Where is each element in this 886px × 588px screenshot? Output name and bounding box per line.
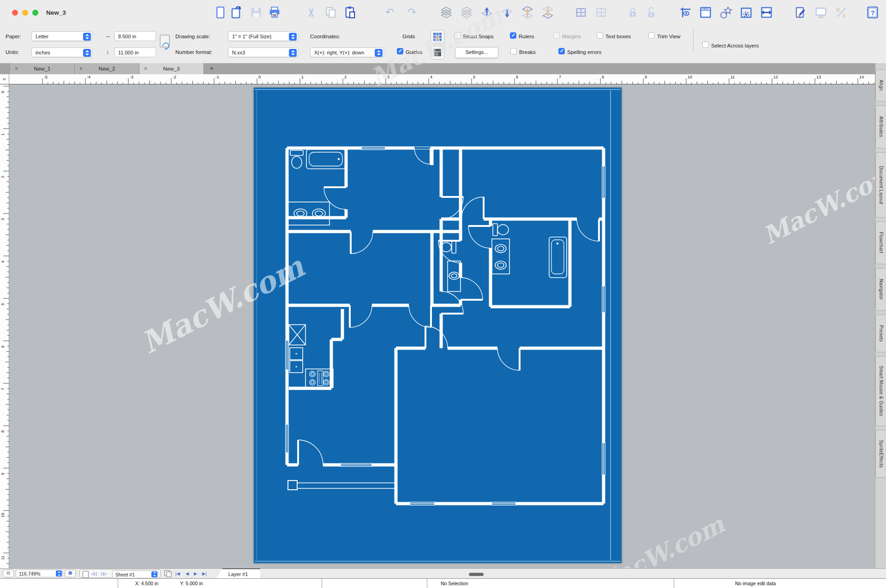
panel-tab-document-layout[interactable]: Document Layout	[875, 152, 886, 218]
resize-canvas-icon[interactable]	[760, 6, 773, 19]
next-sheet-button[interactable]: ▷▷	[101, 569, 106, 578]
close-tab-icon[interactable]: ×	[79, 63, 83, 74]
shape-library-icon[interactable]	[719, 6, 733, 19]
units-select-value: inches	[36, 50, 50, 55]
trim-view-label: Trim View	[657, 34, 680, 39]
zoom-out-button[interactable]: ⊖	[3, 570, 14, 577]
previous-layer-button[interactable]: ◀	[186, 569, 189, 578]
guides-visibility-icon[interactable]	[678, 6, 692, 19]
bring-to-front-icon[interactable]	[521, 6, 534, 19]
previous-sheet-button[interactable]: ◁◁	[91, 569, 96, 578]
breaks-checkbox[interactable]	[510, 48, 517, 54]
bring-forward-icon[interactable]	[480, 6, 494, 19]
rulers-checkbox[interactable]	[510, 32, 516, 39]
save-icon[interactable]	[249, 6, 263, 19]
vertical-ruler[interactable]: 01234567891011	[0, 84, 9, 568]
paper-width-field[interactable]: 8.500 in	[114, 31, 156, 41]
add-tab-button[interactable]: +	[204, 63, 220, 74]
display-icon[interactable]	[814, 6, 828, 19]
drawing-canvas[interactable]: MacW.com MacW.com MacW.com	[9, 84, 875, 568]
open-document-icon[interactable]	[229, 6, 243, 19]
document-tab-New_3[interactable]: ×New_3	[139, 63, 204, 74]
close-tab-icon[interactable]: ×	[144, 63, 147, 74]
layers-icon[interactable]	[439, 6, 453, 19]
close-window-button[interactable]	[12, 10, 18, 16]
blueprint-page[interactable]	[254, 88, 622, 563]
copy-icon[interactable]	[324, 6, 338, 19]
print-icon[interactable]	[268, 6, 281, 19]
panel-tab-align[interactable]: Align	[875, 69, 886, 101]
layers-alt-icon[interactable]	[460, 6, 473, 19]
units-select[interactable]: inches	[31, 48, 92, 57]
zoom-level-select[interactable]: 116.749%	[16, 570, 63, 577]
guides-panel-button[interactable]	[431, 46, 444, 59]
style-brush-icon[interactable]	[794, 6, 808, 19]
number-format-value: N.xx3	[232, 50, 245, 55]
horizontal-scrollbar-thumb[interactable]	[469, 573, 484, 576]
undo-icon[interactable]: ↶	[383, 6, 397, 19]
minimize-window-button[interactable]	[22, 10, 28, 16]
rotate-page-icon[interactable]	[158, 34, 172, 53]
select-across-layers-checkbox[interactable]	[702, 42, 709, 48]
ruler-panel-icon[interactable]	[699, 6, 712, 19]
panel-tab-attributes[interactable]: Attributes	[875, 105, 886, 148]
stepper-icon	[151, 571, 157, 577]
ungroup-icon[interactable]	[594, 6, 608, 19]
grid-panel-button[interactable]	[431, 30, 444, 44]
draft-final-icon[interactable]: DF	[834, 6, 848, 19]
panel-tab-smart-mouse-guides[interactable]: Smart Mouse & Guides	[875, 356, 886, 426]
cut-icon[interactable]: ✂	[305, 6, 318, 19]
send-backward-icon[interactable]	[500, 6, 514, 19]
divider	[674, 579, 674, 588]
coordinates-direction-select[interactable]: X(+): right, Y(+): down	[310, 48, 384, 57]
zoom-in-button[interactable]: ⊕	[65, 570, 76, 577]
guides-checkbox[interactable]	[397, 48, 403, 54]
document-tab-New_1[interactable]: ×New_1	[10, 63, 75, 74]
duplicate-layer-icon[interactable]	[164, 570, 173, 577]
number-format-select[interactable]: N.xx3	[228, 48, 298, 57]
floor-plan[interactable]	[254, 88, 622, 563]
paste-icon[interactable]	[343, 6, 357, 19]
smart-snaps-checkbox[interactable]	[454, 32, 461, 39]
new-document-icon[interactable]	[213, 6, 227, 19]
panel-tab-presets[interactable]: Presets	[875, 315, 886, 352]
svg-text:↶: ↶	[385, 6, 394, 18]
group-icon[interactable]	[574, 6, 588, 19]
lock-icon[interactable]	[626, 6, 640, 19]
sheet-select-value: Sheet #1	[115, 572, 135, 577]
stepper-icon	[375, 49, 383, 57]
horizontal-ruler[interactable]: -5-4-3-2-101234567891011121314	[9, 74, 886, 84]
document-tab-New_2[interactable]: ×New_2	[75, 63, 139, 74]
layer-tab[interactable]: Layer #1	[216, 569, 260, 579]
spelling-errors-checkbox[interactable]	[558, 48, 565, 54]
last-layer-button[interactable]: ▶|	[202, 569, 207, 578]
panel-tab-navigator[interactable]: Navigator	[875, 268, 886, 311]
drawing-scale-select[interactable]: 1" = 1" (Full Size)	[228, 31, 298, 41]
sheet-select[interactable]: Sheet #1	[112, 570, 158, 578]
close-tab-icon[interactable]: ×	[15, 63, 18, 74]
zoom-window-button[interactable]	[32, 10, 38, 16]
svg-text:2: 2	[0, 176, 5, 178]
text-boxes-checkbox[interactable]	[597, 32, 603, 39]
grids-label: Grids	[402, 34, 415, 39]
send-to-back-icon[interactable]	[541, 6, 555, 19]
trim-view-checkbox[interactable]	[648, 32, 655, 39]
canvas-settings-icon[interactable]	[739, 6, 753, 19]
panel-tab-spriteeffects[interactable]: SpriteEffects	[875, 430, 886, 478]
paper-height-field[interactable]: 11.000 in	[114, 48, 156, 57]
svg-text:7: 7	[0, 388, 5, 390]
svg-text:14: 14	[859, 75, 864, 79]
paper-select[interactable]: Letter	[31, 31, 92, 41]
bottom-control-bar: ⊖ 116.749% ⊕ ◁◁ ▷▷ Sheet #1 |◀ ◀ ▶ ▶| La…	[0, 568, 886, 578]
next-layer-button[interactable]: ▶	[194, 569, 197, 578]
unlock-icon[interactable]	[644, 6, 658, 19]
first-layer-button[interactable]: |◀	[175, 569, 180, 578]
help-icon[interactable]: ?	[866, 6, 880, 19]
svg-text:-5: -5	[44, 75, 48, 79]
svg-text:0: 0	[258, 75, 261, 79]
tab-label: New_1	[34, 66, 51, 71]
new-sheet-icon[interactable]	[83, 571, 89, 578]
settings-button[interactable]: Settings...	[455, 47, 498, 58]
panel-tab-flowchart[interactable]: Flowchart	[875, 221, 886, 264]
redo-icon[interactable]: ↷	[405, 6, 419, 19]
